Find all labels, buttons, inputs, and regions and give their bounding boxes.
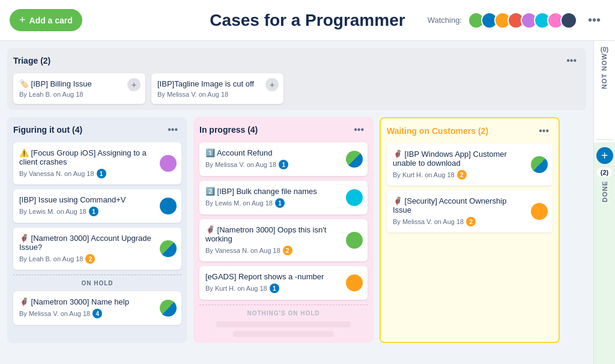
card-meta: By Vanessa N. on Aug 18 2 — [205, 246, 362, 255]
not-now-label: NOT NOW — [601, 53, 608, 89]
avatar — [160, 300, 177, 317]
col-title: In progress (4) — [199, 125, 258, 135]
badge: 2 — [283, 246, 292, 255]
col-more-button[interactable]: ••• — [350, 123, 368, 136]
avatar — [160, 155, 177, 172]
card-meta: By Vanessa N. on Aug 18 1 — [19, 169, 175, 178]
avatar — [160, 198, 177, 214]
list-item[interactable]: 1️⃣ Account Refund By Melissa V. on Aug … — [199, 142, 368, 176]
card-title: [eGADS] Report shows a -number — [205, 272, 362, 281]
card-title: 🦸 [Nametron 3000] Account Upgrade Issue? — [19, 234, 175, 252]
col-header: Figuring it out (4) ••• — [13, 123, 181, 136]
right-sidebar: (0) NOT NOW + (2) DONE — [593, 41, 615, 364]
add-icon[interactable]: + — [265, 78, 279, 91]
badge: 1 — [270, 284, 279, 293]
done-count: (2) — [597, 168, 612, 177]
avatar — [560, 12, 577, 29]
card-meta: By Leah B. on Aug 18 — [19, 91, 139, 98]
card-meta: By Melissa V. on Aug 18 4 — [19, 309, 175, 318]
header: Add a card Cases for a Programmer Watchi… — [0, 0, 615, 41]
card-meta: By Lewis M. on Aug 18 1 — [19, 207, 175, 216]
col-more-button[interactable]: ••• — [535, 124, 553, 138]
card-title: 🦸 [IBP Windows App] Customer unable to d… — [393, 150, 547, 168]
badge: 2 — [85, 254, 95, 264]
page-title: Cases for a Programmer — [210, 11, 405, 30]
list-item[interactable]: 🦸 [Nametron 3000] Oops this isn't workin… — [199, 219, 368, 261]
card-title: [IBP] Issue using Command+V — [19, 195, 175, 204]
main-layout: Triage (2) ••• 🏷️ [IBP] Billing Issue By… — [0, 41, 615, 364]
done-label: DONE — [601, 181, 608, 202]
placeholder-bar — [233, 331, 334, 337]
board-content: Triage (2) ••• 🏷️ [IBP] Billing Issue By… — [0, 41, 593, 364]
column-figuring: Figuring it out (4) ••• ⚠️ [Focus Group … — [7, 117, 187, 343]
triage-header: Triage (2) ••• — [13, 54, 580, 67]
avatar-group — [468, 12, 577, 29]
list-item[interactable]: [eGADS] Report shows a -number By Kurt H… — [199, 266, 368, 300]
avatar — [531, 203, 548, 220]
avatar — [346, 275, 363, 291]
card-meta: By Lewis M. on Aug 18 1 — [205, 198, 362, 208]
card-meta: By Melissa V. on Aug 18 — [157, 91, 277, 98]
col-title: Waiting on Customers (2) — [387, 126, 488, 136]
badge: 4 — [92, 309, 102, 318]
card-title: 🏷️ [IBP] Billing Issue — [19, 79, 139, 88]
done-add-button[interactable]: + — [596, 147, 613, 164]
col-header: Waiting on Customers (2) ••• — [387, 124, 553, 138]
card-title: [IBP]Tagline Image is cut off — [157, 79, 277, 88]
add-icon[interactable]: + — [127, 78, 141, 91]
card-title: 1️⃣ Account Refund — [205, 148, 362, 157]
triage-cards: 🏷️ [IBP] Billing Issue By Leah B. on Aug… — [13, 73, 580, 104]
col-header: In progress (4) ••• — [199, 123, 368, 136]
badge: 1 — [279, 160, 288, 169]
column-waiting: Waiting on Customers (2) ••• 🦸 [IBP Wind… — [380, 117, 560, 343]
columns-area: Figuring it out (4) ••• ⚠️ [Focus Group … — [7, 117, 586, 343]
card-title: 🦸 [Nametron 3000] Oops this isn't workin… — [205, 225, 362, 243]
badge: 2 — [466, 217, 476, 226]
badge: 1 — [89, 207, 98, 216]
card-meta: By Kurt H. on Aug 18 2 — [393, 170, 547, 180]
list-item[interactable]: ⚠️ [Focus Group iOS] Assigning to a clie… — [13, 142, 181, 184]
nothing-on-hold-divider: NOTHING'S ON HOLD — [199, 305, 368, 317]
triage-title: Triage (2) — [13, 56, 50, 65]
add-card-label: Add a card — [29, 16, 73, 25]
list-item[interactable]: 🦸 [Nametron 3000] Account Upgrade Issue?… — [13, 228, 181, 270]
triage-more-button[interactable]: ••• — [563, 54, 580, 67]
add-card-button[interactable]: Add a card — [10, 9, 82, 31]
header-more-button[interactable]: ••• — [583, 11, 605, 29]
placeholder-bar — [216, 321, 351, 327]
card-title: ⚠️ [Focus Group iOS] Assigning to a clie… — [19, 148, 175, 166]
avatar — [346, 232, 363, 249]
avatar — [531, 156, 548, 173]
header-right: Watching: ••• — [428, 11, 605, 29]
badge: 2 — [457, 170, 467, 180]
card-meta: By Melissa V. on Aug 18 2 — [393, 217, 547, 226]
list-item[interactable]: 🦸 [IBP Windows App] Customer unable to d… — [387, 144, 553, 186]
card-title: 🦸 [Security] Account Ownership Issue — [393, 196, 547, 214]
list-item[interactable]: 🦸 [Security] Account Ownership Issue By … — [387, 190, 553, 232]
card-meta: By Leah B. on Aug 18 2 — [19, 254, 175, 264]
not-now-section: (0) NOT NOW — [601, 41, 608, 137]
card-title: 2️⃣ [IBP] Bulk change file names — [205, 187, 362, 196]
list-item[interactable]: [IBP] Issue using Command+V By Lewis M. … — [13, 189, 181, 223]
card-title: 🦸 [Nametron 3000] Name help — [19, 297, 175, 306]
avatar — [160, 240, 177, 257]
avatar — [346, 151, 363, 168]
card-meta: By Kurt H. on Aug 18 1 — [205, 284, 362, 293]
watching-label: Watching: — [428, 16, 462, 25]
col-more-button[interactable]: ••• — [164, 123, 181, 136]
column-inprogress: In progress (4) ••• 1️⃣ Account Refund B… — [193, 117, 374, 343]
list-item[interactable]: 🦸 [Nametron 3000] Name help By Melissa V… — [13, 291, 181, 325]
badge: 1 — [97, 169, 106, 178]
card-meta: By Melissa V. on Aug 18 1 — [205, 160, 362, 169]
col-title: Figuring it out (4) — [13, 125, 82, 135]
triage-section: Triage (2) ••• 🏷️ [IBP] Billing Issue By… — [7, 48, 586, 110]
triage-card-1[interactable]: 🏷️ [IBP] Billing Issue By Leah B. on Aug… — [13, 73, 145, 104]
badge: 1 — [275, 198, 285, 208]
done-section: + (2) DONE — [594, 142, 615, 364]
triage-card-2[interactable]: [IBP]Tagline Image is cut off By Melissa… — [151, 73, 283, 104]
not-now-count: (0) — [601, 46, 608, 53]
sidebar-divider — [596, 139, 614, 140]
on-hold-divider: ON HOLD — [13, 275, 181, 287]
list-item[interactable]: 2️⃣ [IBP] Bulk change file names By Lewi… — [199, 181, 368, 214]
avatar — [346, 189, 363, 206]
